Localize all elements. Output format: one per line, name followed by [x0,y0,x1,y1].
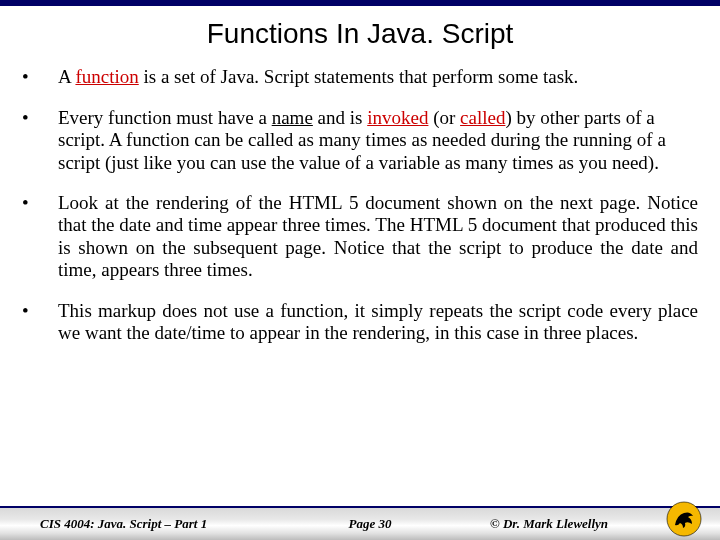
bullet-marker: • [22,66,58,89]
bullet-text: A function is a set of Java. Script stat… [58,66,698,89]
footer-page: Page 30 [280,516,460,532]
bullet-marker: • [22,300,58,345]
text-fragment: is a set of Java. Script statements that… [139,66,579,87]
slide-body: • A function is a set of Java. Script st… [0,66,720,344]
keyword-name: name [272,107,313,128]
footer-course: CIS 4004: Java. Script – Part 1 [0,516,280,532]
bullet-marker: • [22,192,58,282]
bullet-marker: • [22,107,58,174]
text-fragment: A [58,66,75,87]
bullet-text: Look at the rendering of the HTML 5 docu… [58,192,698,282]
slide-title: Functions In Java. Script [0,6,720,66]
bullet-item: • A function is a set of Java. Script st… [22,66,698,89]
keyword-function: function [75,66,138,87]
bullet-text: Every function must have a name and is i… [58,107,698,174]
ucf-pegasus-logo-icon [666,501,702,537]
bullet-text: This markup does not use a function, it … [58,300,698,345]
text-fragment: (or [428,107,460,128]
keyword-invoked: invoked [367,107,428,128]
text-fragment: Every function must have a [58,107,272,128]
keyword-called: called [460,107,505,128]
bullet-item: • This markup does not use a function, i… [22,300,698,345]
bullet-item: • Look at the rendering of the HTML 5 do… [22,192,698,282]
text-fragment: and is [313,107,367,128]
bullet-item: • Every function must have a name and is… [22,107,698,174]
slide-footer: CIS 4004: Java. Script – Part 1 Page 30 … [0,506,720,540]
